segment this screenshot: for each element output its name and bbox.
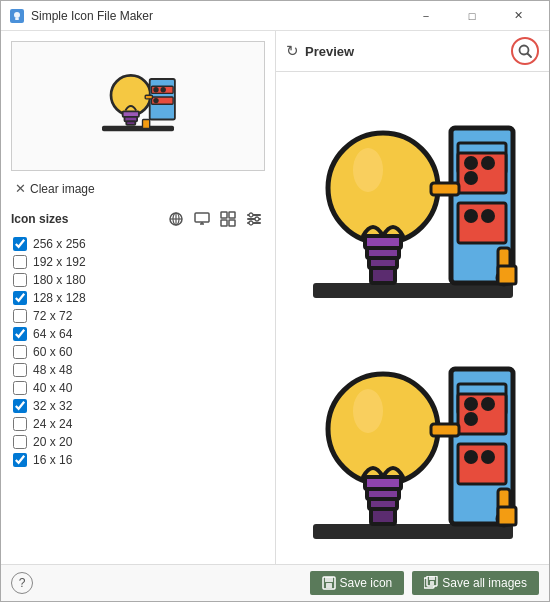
size-label: 32 x 32 [33, 399, 72, 413]
minimize-button[interactable]: − [403, 1, 449, 31]
svg-rect-81 [430, 581, 434, 585]
monitor-icon [194, 211, 210, 227]
svg-line-34 [528, 54, 532, 58]
save-icon-button[interactable]: Save icon [310, 571, 405, 595]
size-checkbox-128-x-128[interactable] [13, 291, 27, 305]
preview-title: Preview [305, 44, 505, 59]
svg-point-69 [464, 450, 478, 464]
svg-rect-6 [126, 121, 135, 125]
preview-content [276, 72, 549, 564]
settings-icon [246, 211, 262, 227]
main-content: ✕ Clear image Icon sizes [1, 31, 549, 564]
checkbox-item: 24 x 24 [11, 416, 265, 432]
svg-rect-64 [458, 394, 506, 434]
maximize-button[interactable]: □ [449, 1, 495, 31]
checkbox-item: 32 x 32 [11, 398, 265, 414]
svg-rect-23 [221, 212, 227, 218]
size-label: 192 x 192 [33, 255, 86, 269]
globe-icon-button[interactable] [165, 208, 187, 230]
close-button[interactable]: ✕ [495, 1, 541, 31]
size-checkbox-40-x-40[interactable] [13, 381, 27, 395]
svg-point-65 [464, 397, 478, 411]
zoom-button[interactable] [511, 37, 539, 65]
clear-image-label: Clear image [30, 182, 95, 196]
preview-svg-1 [303, 88, 523, 308]
thumbnail-icon [93, 61, 183, 151]
checkbox-item: 48 x 48 [11, 362, 265, 378]
svg-rect-77 [326, 583, 332, 588]
svg-point-46 [481, 156, 495, 170]
svg-rect-26 [229, 220, 235, 226]
size-checkbox-32-x-32[interactable] [13, 399, 27, 413]
icon-sizes-header: Icon sizes [11, 208, 265, 230]
x-icon: ✕ [15, 181, 26, 196]
image-preview-area[interactable] [11, 41, 265, 171]
checkbox-item: 128 x 128 [11, 290, 265, 306]
svg-rect-14 [143, 120, 150, 129]
size-checkbox-48-x-48[interactable] [13, 363, 27, 377]
svg-rect-13 [102, 126, 174, 131]
size-checkbox-16-x-16[interactable] [13, 453, 27, 467]
size-label: 256 x 256 [33, 237, 86, 251]
size-checkbox-20-x-20[interactable] [13, 435, 27, 449]
clear-image-button[interactable]: ✕ Clear image [11, 179, 265, 198]
svg-rect-41 [371, 268, 395, 283]
title-bar: Simple Icon File Maker − □ ✕ [1, 1, 549, 31]
grid-icon [220, 211, 236, 227]
save-all-label: Save all images [442, 576, 527, 590]
svg-rect-61 [371, 509, 395, 524]
save-all-button[interactable]: Save all images [412, 571, 539, 595]
checkbox-item: 60 x 60 [11, 344, 265, 360]
svg-point-37 [353, 148, 383, 192]
size-label: 16 x 16 [33, 453, 72, 467]
checkbox-item: 256 x 256 [11, 236, 265, 252]
save-icon [322, 576, 336, 590]
save-icon-label: Save icon [340, 576, 393, 590]
svg-rect-76 [325, 577, 333, 582]
svg-rect-2 [15, 18, 19, 20]
svg-point-67 [464, 412, 478, 426]
svg-rect-73 [431, 424, 459, 436]
preview-svg-2 [303, 329, 523, 549]
custom-icon-button[interactable] [243, 208, 265, 230]
size-checkbox-72-x-72[interactable] [13, 309, 27, 323]
svg-point-11 [161, 87, 166, 92]
svg-rect-54 [498, 266, 516, 284]
window-title: Simple Icon File Maker [31, 9, 403, 23]
size-checkbox-256-x-256[interactable] [13, 237, 27, 251]
preview-image-1 [293, 82, 533, 313]
svg-point-12 [153, 98, 158, 103]
preview-image-2 [293, 323, 533, 554]
left-panel: ✕ Clear image Icon sizes [1, 31, 276, 564]
svg-point-32 [249, 221, 253, 225]
checkbox-item: 192 x 192 [11, 254, 265, 270]
svg-rect-25 [221, 220, 227, 226]
size-checkbox-60-x-60[interactable] [13, 345, 27, 359]
size-checkbox-192-x-192[interactable] [13, 255, 27, 269]
svg-rect-74 [498, 507, 516, 525]
size-checkbox-180-x-180[interactable] [13, 273, 27, 287]
monitor-icon-button[interactable] [191, 208, 213, 230]
app-icon [9, 8, 25, 24]
svg-point-30 [249, 213, 253, 217]
size-checkbox-24-x-24[interactable] [13, 417, 27, 431]
svg-rect-20 [195, 213, 209, 222]
refresh-icon[interactable]: ↻ [286, 42, 299, 60]
checkbox-item: 72 x 72 [11, 308, 265, 324]
size-checkbox-64-x-64[interactable] [13, 327, 27, 341]
svg-point-57 [353, 389, 383, 433]
svg-point-56 [328, 374, 438, 484]
svg-point-1 [14, 12, 20, 18]
size-label: 64 x 64 [33, 327, 72, 341]
size-label: 128 x 128 [33, 291, 86, 305]
size-label: 60 x 60 [33, 345, 72, 359]
svg-rect-44 [458, 153, 506, 193]
svg-point-3 [111, 75, 151, 115]
svg-point-50 [481, 209, 495, 223]
help-button[interactable]: ? [11, 572, 33, 594]
svg-point-70 [481, 450, 495, 464]
checkbox-item: 16 x 16 [11, 452, 265, 468]
svg-point-10 [153, 87, 158, 92]
svg-rect-15 [145, 95, 152, 99]
grid-icon-button[interactable] [217, 208, 239, 230]
